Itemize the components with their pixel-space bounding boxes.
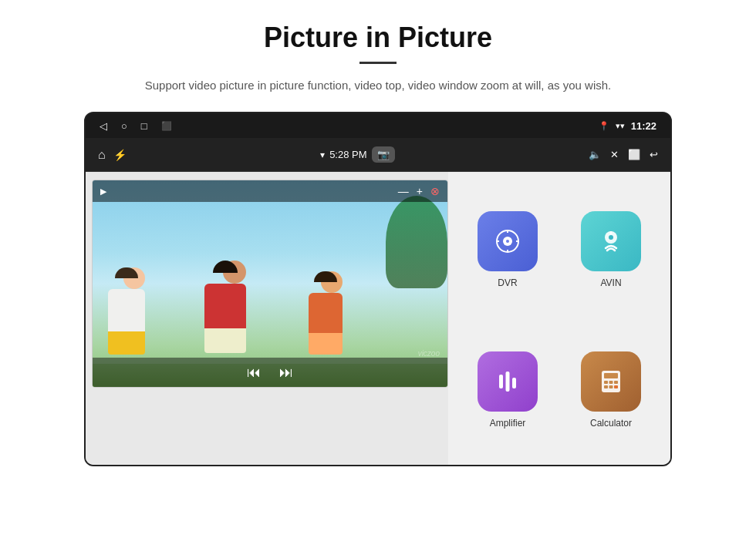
pip-expand-icon[interactable]: + — [417, 185, 423, 197]
svg-point-9 — [609, 235, 613, 240]
svg-rect-18 — [604, 385, 608, 388]
back-nav-icon[interactable]: ↩ — [650, 149, 658, 160]
status-bar: ◁ ○ □ ⬛ 📍 ▾▾ 11:22 — [86, 113, 670, 138]
left-panel: ● ▶ — + ⊗ — [86, 172, 448, 466]
app-card-dvr: DVR — [461, 184, 555, 315]
dvr-icon-svg — [493, 227, 522, 256]
svg-rect-14 — [604, 373, 618, 378]
amplifier-icon-svg — [493, 367, 522, 396]
home-icon[interactable]: ○ — [121, 120, 127, 132]
page-subtitle: Support video picture in picture functio… — [145, 76, 611, 95]
app-bar: ⌂ ⚡ ▾ 5:28 PM 📷 🔈 ✕ ⬜ ↩ — [86, 138, 670, 172]
calculator-icon[interactable] — [581, 351, 641, 412]
person-2 — [204, 261, 246, 365]
app-card-amplifier: Amplifier — [461, 324, 555, 456]
tree-1 — [386, 196, 447, 288]
pip-header-right: — + ⊗ — [398, 185, 440, 197]
device-frame: ◁ ○ □ ⬛ 📍 ▾▾ 11:22 ⌂ ⚡ ▾ 5:28 PM 📷 — [84, 112, 672, 466]
pip-record-icon: ▶ — [100, 187, 106, 197]
calculator-label: Calculator — [590, 418, 632, 429]
main-content: ● ▶ — + ⊗ — [86, 172, 670, 466]
svg-rect-17 — [614, 381, 618, 384]
pip-resize-icon[interactable]: ⬜ — [628, 149, 640, 160]
status-bar-left: ◁ ○ □ ⬛ — [100, 120, 172, 132]
home-btn[interactable]: ⌂ — [98, 148, 106, 162]
menu-icon[interactable]: ⬛ — [161, 121, 172, 131]
status-time: 11:22 — [631, 120, 656, 132]
video-content: viczoo — [93, 180, 447, 387]
svg-rect-10 — [499, 375, 503, 388]
svg-rect-20 — [614, 385, 618, 388]
wifi-status-icon: ▾ — [320, 150, 325, 160]
title-divider — [359, 62, 397, 64]
page-wrapper: Picture in Picture Support video picture… — [0, 0, 756, 538]
amplifier-label: Amplifier — [490, 418, 526, 429]
back-icon[interactable]: ◁ — [100, 120, 107, 132]
svg-point-2 — [506, 240, 509, 243]
video-bg: viczoo — [93, 180, 447, 387]
volume-icon[interactable]: 🔈 — [589, 149, 601, 160]
location-icon: 📍 — [599, 121, 609, 131]
calculator-icon-svg — [596, 367, 626, 396]
dvr-icon[interactable] — [478, 211, 538, 271]
next-button[interactable]: ⏭ — [279, 365, 293, 381]
svg-rect-15 — [604, 381, 608, 384]
pip-header: ▶ — + ⊗ — [93, 180, 447, 202]
camera-button[interactable]: 📷 — [372, 146, 395, 163]
svg-rect-12 — [512, 378, 516, 388]
pip-controls: ⏮ ⏭ — [93, 358, 447, 387]
pip-video-overlay[interactable]: ▶ — + ⊗ — [92, 180, 448, 388]
svg-rect-16 — [609, 381, 613, 384]
prev-button[interactable]: ⏮ — [247, 365, 261, 381]
pip-close-icon[interactable]: ⊗ — [430, 185, 440, 197]
wifi-icon: ▾▾ — [616, 121, 625, 131]
avin-label: AVIN — [600, 277, 621, 288]
app-card-avin: AVIN — [564, 184, 658, 315]
pip-header-left: ▶ — [100, 187, 106, 197]
close-icon[interactable]: ✕ — [610, 149, 619, 160]
right-panel: DVR AVIN — [448, 172, 670, 466]
dvr-label: DVR — [498, 277, 517, 288]
app-card-calculator: Calculator — [564, 324, 658, 456]
svg-rect-11 — [506, 372, 510, 392]
person-1 — [108, 267, 145, 365]
app-bar-left: ⌂ ⚡ — [98, 148, 127, 162]
status-bar-right: 📍 ▾▾ 11:22 — [599, 120, 656, 132]
pip-minimize-icon[interactable]: — — [398, 185, 409, 197]
amplifier-icon[interactable] — [478, 351, 538, 412]
svg-rect-19 — [609, 385, 613, 388]
usb-icon: ⚡ — [113, 149, 127, 161]
recents-icon[interactable]: □ — [141, 120, 147, 132]
watermark: viczoo — [418, 349, 440, 358]
app-bar-center: ▾ 5:28 PM 📷 — [320, 146, 394, 163]
person-3 — [309, 271, 343, 365]
avin-icon[interactable] — [581, 211, 641, 271]
appbar-time: 5:28 PM — [329, 149, 366, 160]
page-title: Picture in Picture — [264, 22, 492, 54]
app-bar-right: 🔈 ✕ ⬜ ↩ — [589, 149, 658, 160]
avin-icon-svg — [596, 227, 626, 256]
